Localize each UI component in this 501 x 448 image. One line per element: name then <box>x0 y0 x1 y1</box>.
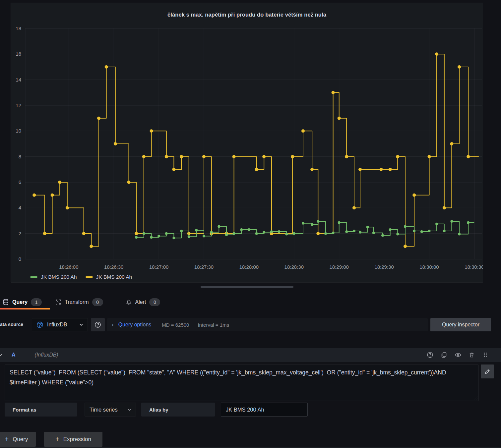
data-point <box>435 223 438 225</box>
data-point <box>210 231 213 234</box>
transform-icon <box>55 299 61 305</box>
help-icon[interactable] <box>427 352 433 358</box>
query-inspector-button[interactable]: Query inspector <box>430 318 491 331</box>
data-point <box>338 117 341 120</box>
data-point <box>172 168 175 171</box>
data-point <box>396 233 399 236</box>
chevron-down-icon <box>79 322 84 327</box>
query-options-interval: Interval = 1ms <box>198 322 229 328</box>
data-point <box>396 155 399 158</box>
add-query-label: Query <box>13 436 28 443</box>
chevron-right-icon: › <box>112 321 114 328</box>
data-point <box>389 228 392 231</box>
data-point <box>58 181 61 184</box>
alias-by-label: Alias by <box>141 403 215 417</box>
add-expression-button[interactable]: + Expression <box>44 432 102 447</box>
data-point <box>450 220 453 223</box>
data-point <box>413 230 415 232</box>
tab-query-count: 1 <box>31 298 42 306</box>
data-point <box>458 65 461 69</box>
data-point <box>358 168 362 171</box>
database-icon <box>3 299 9 305</box>
data-point <box>291 155 294 158</box>
series-0 <box>32 52 479 248</box>
data-point <box>165 155 168 158</box>
legend-item-green[interactable]: JK BMS 200 Ah <box>30 274 77 280</box>
data-point <box>338 221 341 224</box>
query-options-md: MD = 62500 <box>162 322 189 328</box>
data-point <box>435 52 438 56</box>
data-point <box>458 233 461 236</box>
data-point <box>240 228 243 231</box>
data-point <box>263 231 265 234</box>
trash-icon[interactable] <box>469 352 475 358</box>
data-point <box>180 230 183 232</box>
data-point <box>233 232 235 235</box>
svg-text:8: 8 <box>19 154 21 159</box>
data-point <box>420 230 423 233</box>
data-point <box>311 223 313 226</box>
data-point <box>345 230 348 233</box>
data-point <box>105 65 108 69</box>
data-point <box>443 230 446 232</box>
data-point <box>450 142 453 145</box>
query-options-label: Query options <box>118 322 152 328</box>
duplicate-icon[interactable] <box>441 352 447 358</box>
datasource-label: ata source <box>0 322 23 327</box>
data-point <box>43 232 46 235</box>
data-point <box>332 232 335 234</box>
data-point <box>203 235 205 237</box>
svg-text:18:27:00: 18:27:00 <box>149 264 168 270</box>
data-point <box>467 221 470 224</box>
data-point <box>135 236 138 239</box>
data-point <box>188 235 190 238</box>
data-point <box>150 129 153 133</box>
query-options-header[interactable]: › Query options MD = 62500 Interval = 1m… <box>107 318 428 331</box>
query-ref-id: A <box>12 352 16 358</box>
pencil-icon <box>484 368 491 375</box>
query-datasource-hint: (InfluxDB) <box>35 352 58 358</box>
data-point <box>114 142 117 145</box>
tab-query[interactable]: Query 1 <box>0 294 46 310</box>
editor-tabbar: Query 1 Transform 0 Alert 0 <box>0 294 501 310</box>
horizontal-scrollbar-thumb[interactable] <box>201 286 293 288</box>
query-inspector-label: Query inspector <box>442 322 479 328</box>
svg-text:4: 4 <box>19 205 21 210</box>
tab-alert[interactable]: Alert 0 <box>123 294 165 310</box>
tab-transform[interactable]: Transform 0 <box>52 294 107 310</box>
format-as-select[interactable]: Time series <box>85 403 136 417</box>
query-row-header[interactable]: A (InfluxDB) <box>0 348 501 362</box>
data-point <box>359 231 361 234</box>
add-query-button[interactable]: + Query <box>0 432 36 447</box>
legend-label: JK BMS 200 Ah <box>41 274 77 280</box>
bottom-strip <box>0 447 501 448</box>
svg-text:2: 2 <box>19 231 21 236</box>
edit-query-button[interactable] <box>481 364 494 378</box>
svg-text:18:30:30: 18:30:30 <box>465 264 483 270</box>
datasource-help-button[interactable] <box>91 318 105 331</box>
tab-alert-count: 0 <box>149 298 160 306</box>
x-axis-labels: 18:26:0018:26:3018:27:0018:27:3018:28:00… <box>59 264 483 270</box>
data-point <box>301 129 305 133</box>
collapse-chevron-icon[interactable] <box>0 352 4 358</box>
influxdb-raw-query-editor[interactable]: SELECT ("value") FROM (SELECT ("value") … <box>5 364 479 401</box>
alias-by-input[interactable] <box>221 403 308 417</box>
data-point <box>248 228 250 231</box>
format-as-value: Time series <box>90 407 127 413</box>
svg-text:18:28:30: 18:28:30 <box>284 264 304 270</box>
datasource-picker[interactable]: InfluxDB <box>32 318 88 331</box>
graph-panel: článek s max. napětím při proudu do bate… <box>11 3 483 283</box>
svg-text:6: 6 <box>19 179 21 185</box>
data-point <box>202 155 206 158</box>
svg-text:18: 18 <box>16 26 21 31</box>
data-point <box>66 206 69 209</box>
data-point <box>165 232 168 235</box>
data-point <box>157 235 160 237</box>
eye-icon[interactable] <box>455 352 461 358</box>
data-point <box>324 232 327 235</box>
data-point <box>32 194 36 197</box>
data-point <box>467 155 470 158</box>
svg-text:18:26:00: 18:26:00 <box>59 264 78 270</box>
legend-item-yellow[interactable]: JK BMS 200 Ah <box>86 274 132 280</box>
drag-handle-icon[interactable] <box>482 352 489 358</box>
